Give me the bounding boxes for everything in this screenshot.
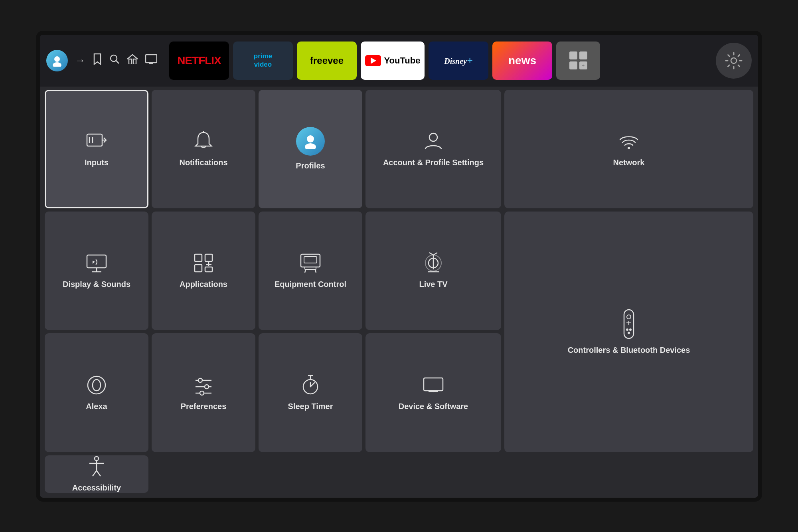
profiles-label: Profiles <box>296 160 325 171</box>
svg-line-29 <box>305 269 306 273</box>
sliders-icon <box>192 374 215 396</box>
svg-point-39 <box>627 315 631 319</box>
accessibility-label: Accessibility <box>72 483 121 493</box>
antenna-icon <box>422 252 444 274</box>
wifi-icon <box>618 130 640 152</box>
svg-rect-28 <box>305 267 316 269</box>
svg-line-3 <box>116 61 119 63</box>
svg-point-15 <box>305 143 316 149</box>
news-label: news <box>508 54 536 67</box>
svg-point-61 <box>95 457 99 461</box>
svg-point-43 <box>629 328 632 331</box>
svg-rect-6 <box>146 55 157 63</box>
controllers-bluetooth-item[interactable]: Controllers & Bluetooth Devices <box>504 212 753 452</box>
svg-point-52 <box>200 391 204 395</box>
app-tiles: NETFLIX prime video freevee YouTube Disn… <box>169 42 712 80</box>
netflix-label: NETFLIX <box>177 54 221 67</box>
preferences-item[interactable]: Preferences <box>152 333 255 452</box>
notifications-label: Notifications <box>179 157 227 168</box>
nav-icons: → <box>46 50 165 71</box>
account-profile-item[interactable]: Account & Profile Settings <box>365 90 501 208</box>
youtube-label: YouTube <box>384 55 421 66</box>
more-dot-1 <box>569 51 577 59</box>
svg-line-35 <box>433 253 437 255</box>
display-icon <box>85 252 108 274</box>
svg-point-46 <box>93 380 101 391</box>
preferences-label: Preferences <box>181 401 227 411</box>
svg-rect-31 <box>304 257 317 263</box>
youtube-play-icon <box>365 55 381 66</box>
profiles-item[interactable]: Profiles <box>259 90 362 208</box>
more-apps-tile[interactable]: + <box>556 42 600 80</box>
disney-tile[interactable]: Disney+ <box>429 42 488 80</box>
profiles-avatar-icon <box>296 127 325 156</box>
bookmark-icon[interactable] <box>93 53 102 68</box>
person-icon <box>422 130 444 152</box>
display-sounds-item[interactable]: Display & Sounds <box>45 212 148 330</box>
netflix-tile[interactable]: NETFLIX <box>169 42 229 80</box>
svg-line-56 <box>310 383 314 387</box>
settings-grid: Inputs Notifications Profiles <box>40 87 758 498</box>
svg-point-0 <box>54 56 60 62</box>
monitor-icon <box>299 252 322 274</box>
display-sounds-label: Display & Sounds <box>63 279 130 289</box>
network-label: Network <box>613 157 645 168</box>
alexa-item[interactable]: Alexa <box>45 333 148 452</box>
live-tv-item[interactable]: Live TV <box>365 212 501 330</box>
svg-point-42 <box>626 328 628 331</box>
svg-rect-23 <box>195 265 202 272</box>
top-nav: → <box>40 35 758 87</box>
remote-icon <box>618 308 640 340</box>
device-software-item[interactable]: Device & Software <box>365 333 501 452</box>
alexa-icon <box>85 374 108 396</box>
alexa-label: Alexa <box>86 401 107 411</box>
equipment-control-label: Equipment Control <box>275 279 346 289</box>
controllers-bluetooth-label: Controllers & Bluetooth Devices <box>568 345 690 355</box>
applications-item[interactable]: Applications <box>152 212 255 330</box>
notifications-item[interactable]: Notifications <box>152 90 255 208</box>
device-software-label: Device & Software <box>399 401 468 411</box>
home-icon[interactable] <box>127 54 138 67</box>
svg-point-50 <box>205 385 209 389</box>
svg-point-45 <box>88 376 105 394</box>
svg-rect-21 <box>195 254 202 261</box>
search-icon[interactable] <box>109 54 120 67</box>
youtube-tile[interactable]: YouTube <box>361 42 425 80</box>
prime-tile[interactable]: prime video <box>233 42 293 80</box>
tv-screen: → <box>36 31 762 502</box>
prime-label: prime video <box>254 52 272 69</box>
freevee-tile[interactable]: freevee <box>297 42 357 80</box>
more-dot-3 <box>569 61 577 69</box>
network-item[interactable]: Network <box>504 90 753 208</box>
equipment-control-item[interactable]: Equipment Control <box>259 212 362 330</box>
apps-icon <box>192 252 215 274</box>
sleep-timer-label: Sleep Timer <box>288 401 333 411</box>
svg-line-34 <box>429 253 433 255</box>
svg-point-14 <box>307 135 314 142</box>
sleep-timer-item[interactable]: Sleep Timer <box>259 333 362 452</box>
more-dot-2 <box>579 51 587 59</box>
svg-rect-24 <box>205 267 212 272</box>
settings-gear-icon[interactable] <box>716 43 752 79</box>
freevee-label: freevee <box>310 55 344 66</box>
live-tv-label: Live TV <box>419 279 447 289</box>
accessibility-item[interactable]: Accessibility <box>45 455 148 493</box>
avatar-icon[interactable] <box>46 50 68 71</box>
input-icon <box>85 130 108 152</box>
youtube-inner: YouTube <box>365 55 421 66</box>
svg-line-65 <box>97 471 101 476</box>
tv-icon[interactable] <box>145 54 157 67</box>
svg-point-8 <box>731 58 737 63</box>
more-grid: + <box>566 48 591 73</box>
svg-point-44 <box>628 332 630 334</box>
svg-point-1 <box>53 62 61 67</box>
bell-icon <box>192 130 215 152</box>
accessibility-icon <box>85 455 108 478</box>
news-tile[interactable]: news <box>492 42 552 80</box>
tv-screen-icon <box>422 374 444 396</box>
disney-label: Disney+ <box>444 55 473 67</box>
svg-point-16 <box>429 133 437 141</box>
inputs-item[interactable]: Inputs <box>45 90 148 208</box>
account-profile-label: Account & Profile Settings <box>383 157 484 168</box>
sign-in-icon[interactable]: → <box>75 55 85 67</box>
